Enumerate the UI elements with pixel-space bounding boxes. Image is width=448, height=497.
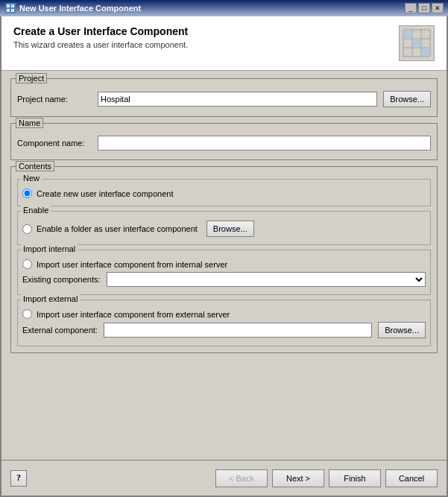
footer: ? < Back Next > Finish Cancel [1, 460, 447, 496]
name-group-label: Name [16, 118, 43, 128]
svg-rect-4 [11, 9, 14, 12]
svg-rect-11 [412, 39, 421, 48]
new-sub-group-label: New [21, 174, 42, 183]
footer-left: ? [10, 470, 27, 487]
close-button[interactable]: ✕ [432, 3, 444, 13]
import-external-radio-label: Import user interface component from ext… [37, 310, 230, 319]
svg-rect-12 [421, 48, 430, 57]
title-bar-text: New User Interface Component [19, 4, 141, 13]
header-subtitle: This wizard creates a user interface com… [13, 40, 188, 49]
svg-rect-3 [7, 9, 10, 12]
content-area: Project Project name: Browse... Name Com… [1, 71, 447, 460]
enable-sub-group: Enable Enable a folder as user interface… [17, 211, 431, 245]
enable-radio[interactable] [22, 224, 32, 234]
help-button[interactable]: ? [10, 470, 27, 487]
import-internal-radio-row: Import user interface component from int… [22, 259, 426, 269]
contents-group-label: Contents [16, 161, 54, 171]
enable-radio-label: Enable a folder as user interface compon… [37, 224, 198, 233]
import-external-sub-group: Import external Import user interface co… [17, 300, 431, 346]
wizard-icon [402, 28, 432, 58]
svg-rect-10 [403, 30, 412, 39]
name-group: Name Component name: [10, 123, 438, 160]
cancel-button[interactable]: Cancel [385, 469, 438, 487]
existing-components-label: Existing components: [22, 275, 101, 284]
minimize-button[interactable]: _ [405, 3, 417, 13]
enable-sub-group-content: Enable a folder as user interface compon… [22, 221, 426, 237]
name-group-content: Component name: [17, 136, 431, 151]
component-name-input[interactable] [98, 136, 431, 151]
footer-right: < Back Next > Finish Cancel [215, 469, 438, 487]
enable-sub-group-label: Enable [21, 206, 51, 215]
project-name-input[interactable] [98, 92, 377, 107]
external-component-input[interactable] [104, 323, 372, 338]
import-internal-sub-group: Import internal Import user interface co… [17, 250, 431, 295]
title-bar-controls[interactable]: _ □ ✕ [405, 3, 444, 13]
new-sub-group-content: Create new user interface component [22, 189, 426, 198]
external-browse-button[interactable]: Browse... [378, 322, 426, 338]
header-section: Create a User Interface Component This w… [1, 16, 447, 71]
component-name-label: Component name: [17, 139, 92, 148]
create-radio-row: Create new user interface component [22, 189, 426, 198]
project-name-row: Project name: Browse... [17, 91, 431, 107]
import-external-radio[interactable] [22, 309, 32, 319]
header-text: Create a User Interface Component This w… [13, 25, 188, 49]
svg-rect-2 [11, 4, 14, 7]
project-group: Project Project name: Browse... [10, 78, 438, 117]
contents-group-content: New Create new user interface component … [17, 179, 431, 346]
next-button[interactable]: Next > [272, 469, 324, 487]
import-external-radio-row: Import user interface component from ext… [22, 309, 426, 319]
import-internal-sub-group-content: Import user interface component from int… [22, 259, 426, 287]
dialog: Create a User Interface Component This w… [0, 16, 448, 497]
external-component-row: External component: Browse... [22, 322, 426, 338]
title-bar: New User Interface Component _ □ ✕ [0, 0, 448, 16]
create-radio-label: Create new user interface component [37, 189, 173, 198]
header-title: Create a User Interface Component [13, 25, 188, 37]
import-internal-radio-label: Import user interface component from int… [37, 260, 227, 269]
header-icon [399, 25, 435, 61]
external-component-label: External component: [22, 326, 98, 335]
import-external-sub-group-label: Import external [21, 294, 80, 303]
enable-browse-button[interactable]: Browse... [206, 221, 254, 237]
window-icon [4, 2, 16, 14]
finish-button[interactable]: Finish [329, 469, 381, 487]
svg-rect-1 [7, 4, 10, 7]
project-browse-button[interactable]: Browse... [383, 91, 431, 107]
back-button[interactable]: < Back [215, 469, 268, 487]
contents-group: Contents New Create new user interface c… [10, 166, 438, 353]
component-name-row: Component name: [17, 136, 431, 151]
maximize-button[interactable]: □ [418, 3, 430, 13]
import-internal-radio[interactable] [22, 259, 32, 269]
create-radio[interactable] [22, 189, 32, 198]
project-name-label: Project name: [17, 95, 92, 104]
existing-components-select[interactable] [107, 272, 426, 287]
import-internal-sub-group-label: Import internal [21, 244, 78, 253]
import-external-sub-group-content: Import user interface component from ext… [22, 309, 426, 338]
new-sub-group: New Create new user interface component [17, 179, 431, 206]
project-group-content: Project name: Browse... [17, 91, 431, 107]
title-bar-left: New User Interface Component [4, 2, 141, 14]
enable-radio-row: Enable a folder as user interface compon… [22, 221, 426, 237]
project-group-label: Project [16, 73, 47, 83]
existing-components-row: Existing components: [22, 272, 426, 287]
